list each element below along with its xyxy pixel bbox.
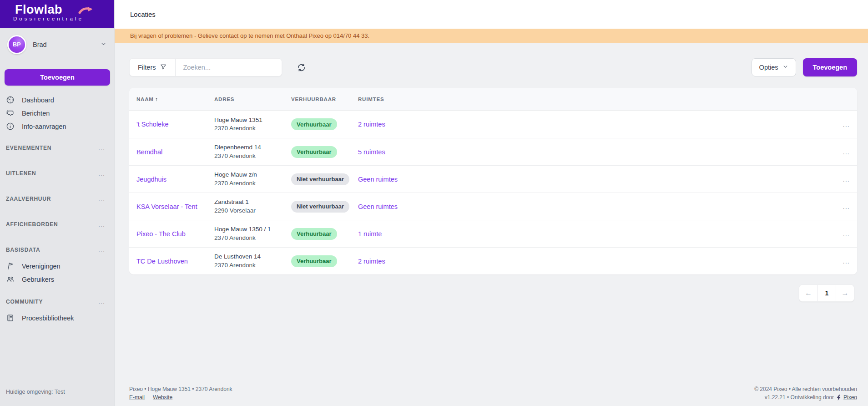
options-button[interactable]: Opties <box>752 58 796 76</box>
section-more-icon[interactable]: ... <box>98 299 105 304</box>
filter-icon <box>160 63 167 72</box>
address-line1: Diepenbeemd 14 <box>214 143 291 152</box>
location-address: Zandstraat 1 2290 Vorselaar <box>214 198 291 214</box>
address-line1: Hoge Mauw z/n <box>214 171 291 179</box>
address-line2: 2290 Vorselaar <box>214 207 291 215</box>
row-actions-icon[interactable]: ... <box>830 175 857 183</box>
logo-arrow-icon <box>78 5 94 17</box>
rooms-link[interactable]: 1 ruimte <box>358 230 382 238</box>
basisdata-items: Verenigingen Gebruikers <box>0 259 114 286</box>
section-more-icon[interactable]: ... <box>98 222 105 227</box>
sidebar-section-community[interactable]: COMMUNITY ... <box>0 298 114 305</box>
sidebar-item-gebruikers[interactable]: Gebruikers <box>0 273 114 286</box>
rooms-link[interactable]: Geen ruimtes <box>358 203 398 210</box>
footer-right: © 2024 Pixeo • Alle rechten voorbehouden… <box>754 385 857 401</box>
status-badge: Verhuurbaar <box>291 228 337 240</box>
next-page-icon: → <box>842 289 849 297</box>
location-name-link[interactable]: 't Scholeke <box>136 121 168 128</box>
vendor-link[interactable]: Pixeo <box>843 393 857 401</box>
community-items: Procesbibliotheek <box>0 311 114 325</box>
app: Flowlab Dossiercentrale BP Brad Toevoege… <box>0 0 868 406</box>
address-line2: 2370 Arendonk <box>214 261 291 269</box>
column-header-ruimtes[interactable]: Ruimtes <box>358 96 830 102</box>
section-title: EVENEMENTEN <box>6 145 98 151</box>
rooms-link[interactable]: Geen ruimtes <box>358 176 398 183</box>
rooms-link[interactable]: 5 ruimtes <box>358 148 385 156</box>
table-row: KSA Vorselaar - Tent Zandstraat 1 2290 V… <box>129 193 857 220</box>
topbar: Locaties <box>115 0 868 29</box>
prev-page-icon: ← <box>805 289 812 297</box>
sidebar-section-zaalverhuur[interactable]: ZAALVERHUUR ... <box>0 195 114 203</box>
next-page-button[interactable]: → <box>836 285 854 301</box>
location-address: Hoge Mauw z/n 2370 Arendonk <box>214 171 291 187</box>
location-address: De Lusthoven 14 2370 Arendonk <box>214 253 291 269</box>
rooms-link[interactable]: 2 ruimtes <box>358 258 385 265</box>
table-header: Naam ↑ Adres Verhuurbaar Ruimtes <box>129 88 857 111</box>
location-address: Diepenbeemd 14 2370 Arendonk <box>214 143 291 160</box>
add-location-button[interactable]: Toevoegen <box>803 58 857 76</box>
flag-icon <box>6 262 15 270</box>
location-name-link[interactable]: Pixeo - The Club <box>136 230 186 238</box>
location-name-link[interactable]: Bemdhal <box>136 148 162 156</box>
footer-address: Pixeo • Hoge Mauw 1351 • 2370 Arendonk <box>129 385 232 393</box>
copyright-text: © 2024 Pixeo • Alle rechten voorbehouden <box>754 385 857 393</box>
refresh-button[interactable] <box>296 62 307 73</box>
filters-button[interactable]: Filters <box>130 59 176 76</box>
sidebar-nav: Dashboard Berichten Info-aanvragen <box>0 93 114 133</box>
row-actions-icon[interactable]: ... <box>830 230 857 238</box>
logo-block: Flowlab Dossiercentrale <box>0 0 114 28</box>
banner-text: Bij vragen of problemen - Gelieve contac… <box>130 32 369 39</box>
section-more-icon[interactable]: ... <box>98 248 105 252</box>
sidebar-item-berichten[interactable]: Berichten <box>0 107 114 120</box>
prev-page-button[interactable]: ← <box>799 285 818 301</box>
user-menu[interactable]: BP Brad <box>0 35 114 55</box>
sidebar-section-basisdata[interactable]: BASISDATA ... <box>0 246 114 254</box>
location-name-link[interactable]: Jeugdhuis <box>136 176 167 183</box>
row-actions-icon[interactable]: ... <box>830 148 857 156</box>
section-more-icon[interactable]: ... <box>98 197 105 201</box>
content: Filters <box>115 43 868 406</box>
toolbar: Filters <box>129 58 857 76</box>
status-badge: Niet verhuurbaar <box>291 201 349 213</box>
location-address: Hoge Mauw 1350 / 1 2370 Arendonk <box>214 225 291 242</box>
address-line2: 2370 Arendonk <box>214 152 291 160</box>
email-link[interactable]: E-mail <box>129 393 145 401</box>
address-line2: 2370 Arendonk <box>214 124 291 132</box>
address-line2: 2370 Arendonk <box>214 179 291 188</box>
current-page-button[interactable]: 1 <box>818 285 836 301</box>
sidebar-item-verenigingen[interactable]: Verenigingen <box>0 259 114 273</box>
address-line1: Hoge Mauw 1350 / 1 <box>214 225 291 233</box>
column-header-verhuurbaar[interactable]: Verhuurbaar <box>291 96 358 102</box>
sidebar-section-evenementen[interactable]: EVENEMENTEN ... <box>0 144 114 152</box>
sidebar-section-afficheborden[interactable]: AFFICHEBORDEN ... <box>0 221 114 228</box>
section-title: ZAALVERHUUR <box>6 196 98 202</box>
logo-title: Flowlab <box>15 3 62 16</box>
vendor-bolt-icon <box>836 395 841 401</box>
row-actions-icon[interactable]: ... <box>830 121 857 128</box>
rooms-link[interactable]: 2 ruimtes <box>358 121 385 128</box>
location-name-link[interactable]: KSA Vorselaar - Tent <box>136 203 197 210</box>
section-title: BASISDATA <box>6 247 98 253</box>
table-row: TC De Lusthoven De Lusthoven 14 2370 Are… <box>129 247 857 274</box>
sidebar-add-button[interactable]: Toevoegen <box>5 69 110 86</box>
chevron-down-icon <box>782 64 788 71</box>
column-header-adres[interactable]: Adres <box>214 96 291 102</box>
row-actions-icon[interactable]: ... <box>830 203 857 210</box>
location-name-link[interactable]: TC De Lusthoven <box>136 258 188 265</box>
section-more-icon[interactable]: ... <box>98 146 105 150</box>
status-badge: Verhuurbaar <box>291 118 337 130</box>
column-header-naam[interactable]: Naam ↑ <box>136 96 214 102</box>
section-more-icon[interactable]: ... <box>98 171 105 176</box>
website-link[interactable]: Website <box>153 393 172 401</box>
sidebar-section-uitlenen[interactable]: UITLENEN ... <box>0 170 114 177</box>
filter-search-group: Filters <box>129 58 282 76</box>
sidebar-item-dashboard[interactable]: Dashboard <box>0 93 114 107</box>
row-actions-icon[interactable]: ... <box>830 257 857 265</box>
address-line1: De Lusthoven 14 <box>214 253 291 261</box>
sidebar-item-procesbibliotheek[interactable]: Procesbibliotheek <box>0 311 114 325</box>
search-input[interactable] <box>176 59 282 76</box>
user-name: Brad <box>33 41 100 48</box>
notification-banner: Bij vragen of problemen - Gelieve contac… <box>115 29 868 43</box>
sidebar-item-label: Verenigingen <box>22 263 61 270</box>
sidebar-item-info-aanvragen[interactable]: Info-aanvragen <box>0 120 114 133</box>
